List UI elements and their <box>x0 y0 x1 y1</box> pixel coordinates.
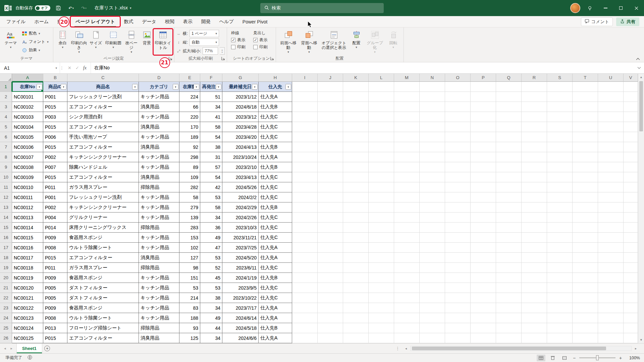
cell-I26[interactable] <box>292 333 318 343</box>
document-title[interactable]: 在庫リスト.xlsx▾ <box>95 5 131 11</box>
cell-F23[interactable]: 34 <box>200 303 222 313</box>
row-header-21[interactable]: 21 <box>0 283 12 293</box>
cell-E14[interactable]: 139 <box>179 213 200 223</box>
ribbon-tab-8[interactable]: 表示 <box>179 16 197 27</box>
cell-T3[interactable] <box>573 102 598 112</box>
cell-L7[interactable] <box>369 142 394 152</box>
cell-S7[interactable] <box>547 142 573 152</box>
cell-N13[interactable] <box>420 202 445 213</box>
cell-U16[interactable] <box>598 233 624 243</box>
cell-J10[interactable] <box>318 172 343 182</box>
cell-J24[interactable] <box>318 313 343 323</box>
cell-V13[interactable] <box>624 202 638 213</box>
cell-E19[interactable]: 98 <box>179 263 200 273</box>
cell-F10[interactable]: 54 <box>200 172 222 182</box>
cell-M8[interactable] <box>394 152 420 162</box>
cell-A2[interactable]: NC00101 <box>12 92 43 102</box>
cell-U13[interactable] <box>598 202 624 213</box>
cell-D5[interactable]: 消臭用品 <box>139 122 179 132</box>
cell-C10[interactable]: エアコンフィルター <box>67 172 139 182</box>
headings-print-checkbox[interactable]: 印刷 <box>253 44 271 51</box>
cell-I3[interactable] <box>292 102 318 112</box>
cell-U2[interactable] <box>598 92 624 102</box>
cell-F14[interactable]: 34 <box>200 213 222 223</box>
cell-I22[interactable] <box>292 293 318 303</box>
cell-O21[interactable] <box>445 283 471 293</box>
cell-Q13[interactable] <box>496 202 522 213</box>
cell-L22[interactable] <box>369 293 394 303</box>
cell-A13[interactable]: NC00112 <box>12 202 43 213</box>
cell-D8[interactable]: キッチン用品 <box>139 152 179 162</box>
cell-R14[interactable] <box>522 213 547 223</box>
cell-V15[interactable] <box>624 223 638 233</box>
cell-Q4[interactable] <box>496 112 522 122</box>
cell-S15[interactable] <box>547 223 573 233</box>
cell-E10[interactable]: 109 <box>179 172 200 182</box>
cell-E24[interactable]: 188 <box>179 313 200 323</box>
cell-L5[interactable] <box>369 122 394 132</box>
cell-T2[interactable] <box>573 92 598 102</box>
cell-R4[interactable] <box>522 112 547 122</box>
cell-D17[interactable]: キッチン用品 <box>139 243 179 253</box>
cell-T7[interactable] <box>573 142 598 152</box>
formula-input[interactable]: 在庫No <box>91 62 634 73</box>
cell-H13[interactable]: 仕入先B <box>259 202 292 213</box>
cell-R8[interactable] <box>522 152 547 162</box>
cell-H25[interactable]: 仕入先B <box>259 323 292 333</box>
cell-N3[interactable] <box>420 102 445 112</box>
cell-C6[interactable]: 手洗い用泡ソープ <box>67 132 139 142</box>
ribbon-tab-11[interactable]: Power Pivot <box>238 16 272 27</box>
header-cell-D1[interactable]: カテゴリ▾ <box>139 82 179 92</box>
cell-U3[interactable] <box>598 102 624 112</box>
header-cell-E1[interactable]: 在庫数▾ <box>179 82 200 92</box>
cell-N24[interactable] <box>420 313 445 323</box>
cell-M12[interactable] <box>394 192 420 202</box>
cell-O26[interactable] <box>445 333 471 343</box>
cell-I24[interactable] <box>292 313 318 323</box>
cell-G26[interactable]: 2024/6/6 <box>222 333 259 343</box>
cell-G22[interactable]: 2023/10/22 <box>222 293 259 303</box>
cell-F20[interactable]: 45 <box>200 273 222 283</box>
cell-I18[interactable] <box>292 253 318 263</box>
cell-J9[interactable] <box>318 162 343 172</box>
cell-B12[interactable]: P001 <box>43 192 67 202</box>
cell-A10[interactable]: NC00109 <box>12 172 43 182</box>
cell-U4[interactable] <box>598 112 624 122</box>
cell-V23[interactable] <box>624 303 638 313</box>
cell-N20[interactable] <box>420 273 445 283</box>
cell-F24[interactable]: 49 <box>200 313 222 323</box>
cell-C26[interactable]: エアコンフィルター <box>67 333 139 343</box>
cell-R20[interactable] <box>522 273 547 283</box>
cell-C19[interactable]: ガラス用スプレー <box>67 263 139 273</box>
cell-T18[interactable] <box>573 253 598 263</box>
cell-E26[interactable]: 125 <box>179 333 200 343</box>
cell-L17[interactable] <box>369 243 394 253</box>
cell-J22[interactable] <box>318 293 343 303</box>
cell-N21[interactable] <box>420 283 445 293</box>
cell-Q17[interactable] <box>496 243 522 253</box>
cell-Q25[interactable] <box>496 323 522 333</box>
column-header-R[interactable]: R <box>522 74 547 82</box>
column-header-P[interactable]: P <box>471 74 496 82</box>
cell-Q6[interactable] <box>496 132 522 142</box>
cell-M7[interactable] <box>394 142 420 152</box>
cell-U18[interactable] <box>598 253 624 263</box>
maximize-button[interactable] <box>613 0 629 16</box>
cell-U20[interactable] <box>598 273 624 283</box>
cell-N5[interactable] <box>420 122 445 132</box>
cell-C20[interactable]: 食器用スポンジ <box>67 273 139 283</box>
cell-S26[interactable] <box>547 333 573 343</box>
cell-D10[interactable]: 消臭用品 <box>139 172 179 182</box>
cell-I9[interactable] <box>292 162 318 172</box>
cell-V8[interactable] <box>624 152 638 162</box>
row-header-13[interactable]: 13 <box>0 202 12 213</box>
cell-Q9[interactable] <box>496 162 522 172</box>
cell-G10[interactable]: 2023/4/13 <box>222 172 259 182</box>
cell-U10[interactable] <box>598 172 624 182</box>
close-button[interactable] <box>629 0 644 16</box>
cell-S5[interactable] <box>547 122 573 132</box>
filter-button[interactable]: ▾ <box>37 84 42 89</box>
cell-C15[interactable]: 床用クリーニングワックス <box>67 223 139 233</box>
cell-E20[interactable]: 151 <box>179 273 200 283</box>
cell-L2[interactable] <box>369 92 394 102</box>
